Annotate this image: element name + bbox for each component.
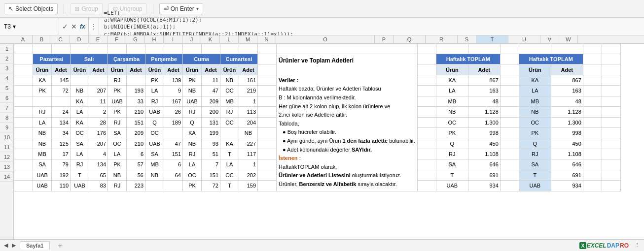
cell-w7[interactable]	[602, 107, 620, 117]
cell-c11[interactable]: 17	[52, 149, 71, 159]
cell-d10[interactable]: SA	[71, 138, 89, 149]
cell-h6[interactable]: RJ	[145, 96, 164, 106]
cell-q1[interactable]	[436, 44, 468, 54]
col-header-e[interactable]: E	[89, 35, 107, 43]
cell-q9[interactable]: PK	[436, 127, 468, 138]
cell-w8[interactable]	[602, 117, 620, 127]
cell-g14[interactable]: 223	[127, 181, 145, 191]
cell-r7[interactable]: 1.128	[468, 107, 500, 117]
cell-j4[interactable]: PK	[183, 75, 202, 85]
cell-k6[interactable]: 209	[202, 96, 220, 106]
cell-q4[interactable]: KA	[436, 75, 468, 85]
cell-b3[interactable]: Ürün	[33, 64, 52, 75]
cell-b10[interactable]: NB	[33, 138, 52, 149]
cell-k12[interactable]: 7	[202, 159, 220, 170]
cell-p1[interactable]	[417, 44, 436, 54]
cell-k7[interactable]: 200	[202, 107, 220, 117]
cell-w2[interactable]	[602, 54, 620, 64]
cell-u10[interactable]: 450	[551, 138, 583, 149]
cell-p11[interactable]	[417, 149, 436, 159]
cell-t6[interactable]: MB	[519, 96, 551, 106]
cell-q5[interactable]: LA	[436, 86, 468, 96]
cell-h4[interactable]: PK	[145, 75, 164, 85]
col-header-a[interactable]: A	[14, 35, 33, 43]
cell-d14[interactable]: UAB	[71, 181, 89, 191]
cell-f13[interactable]: NB	[108, 170, 127, 180]
cell-j12[interactable]: LA	[183, 159, 202, 170]
cell-m14[interactable]: 159	[239, 181, 258, 191]
cell-v8[interactable]	[583, 117, 602, 127]
cell-a12[interactable]	[14, 159, 33, 170]
cell-reference-box[interactable]: T3 ▾	[0, 18, 59, 35]
cell-e13[interactable]: 65	[89, 170, 108, 180]
cell-f7[interactable]: PK	[108, 107, 127, 117]
cell-v12[interactable]	[583, 159, 602, 170]
cell-a9[interactable]	[14, 127, 33, 138]
cell-n4[interactable]	[258, 75, 277, 85]
cell-u4[interactable]: 867	[551, 75, 583, 85]
row-num-5[interactable]: 5	[0, 83, 14, 93]
scroll-right-icon[interactable]: ▶	[12, 242, 16, 249]
cell-d5[interactable]: NB	[71, 86, 89, 96]
cell-g6[interactable]: 33	[127, 96, 145, 106]
col-header-n[interactable]: N	[257, 35, 276, 43]
cell-s1[interactable]	[500, 44, 519, 54]
cell-h3[interactable]: Ürün	[145, 64, 164, 75]
row-num-3[interactable]: 3	[0, 63, 14, 73]
cell-p12[interactable]	[417, 159, 436, 170]
cell-c5[interactable]: 72	[52, 86, 71, 96]
cell-i6[interactable]: 167	[164, 96, 183, 106]
cell-r6[interactable]: 48	[468, 96, 500, 106]
cell-i14[interactable]	[164, 181, 183, 191]
cell-q7[interactable]: NB	[436, 107, 468, 117]
row-num-14[interactable]: 14	[0, 172, 14, 182]
cell-a1[interactable]	[14, 44, 33, 54]
cell-h9[interactable]: OC	[145, 127, 164, 138]
cell-n13[interactable]	[258, 170, 277, 180]
cell-r8[interactable]: 1.300	[468, 117, 500, 127]
col-header-m[interactable]: M	[239, 35, 257, 43]
cell-r10[interactable]: 450	[468, 138, 500, 149]
cell-pazartesi[interactable]: Pazartesi	[33, 54, 71, 64]
cell-d13[interactable]: T	[71, 170, 89, 180]
cell-f11[interactable]: LA	[108, 149, 127, 159]
cell-b1[interactable]	[33, 44, 52, 54]
cell-e1[interactable]	[89, 44, 108, 54]
cell-l5[interactable]: OC	[220, 86, 239, 96]
cell-q11[interactable]: RJ	[436, 149, 468, 159]
cell-f8[interactable]: RJ	[108, 117, 127, 127]
cell-g8[interactable]: 151	[127, 117, 145, 127]
cell-t5[interactable]: LA	[519, 86, 551, 96]
cell-l3[interactable]: Ürün	[220, 64, 239, 75]
cell-e14[interactable]: 83	[89, 181, 108, 191]
cell-c10[interactable]: 125	[52, 138, 71, 149]
cell-r1[interactable]	[468, 44, 500, 54]
cell-f6[interactable]: UAB	[108, 96, 127, 106]
col-header-t[interactable]: T	[476, 35, 508, 43]
cell-n6[interactable]	[258, 96, 277, 106]
cell-v10[interactable]	[583, 138, 602, 149]
cell-l4[interactable]: NB	[220, 75, 239, 85]
cell-f12[interactable]: PK	[108, 159, 127, 170]
cell-i5[interactable]: 9	[164, 86, 183, 96]
col-header-u[interactable]: U	[508, 35, 540, 43]
col-header-q[interactable]: Q	[394, 35, 426, 43]
group-button[interactable]: ⊞ Group	[70, 3, 102, 14]
cell-t7[interactable]: NB	[519, 107, 551, 117]
cell-v6[interactable]	[583, 96, 602, 106]
cell-a10[interactable]	[14, 138, 33, 149]
cell-d7[interactable]: LA	[71, 107, 89, 117]
cell-h8[interactable]: Q	[145, 117, 164, 127]
cell-q8[interactable]: OC	[436, 117, 468, 127]
cell-m3[interactable]: Adet	[239, 64, 258, 75]
cell-u8[interactable]: 1.300	[551, 117, 583, 127]
cell-t3[interactable]: Ürün	[519, 64, 551, 75]
cell-f3[interactable]: Ürün	[108, 64, 127, 75]
cell-i11[interactable]: 151	[164, 149, 183, 159]
row-num-7[interactable]: 7	[0, 103, 14, 113]
col-header-i[interactable]: I	[164, 35, 182, 43]
cell-n12[interactable]	[258, 159, 277, 170]
cell-i4[interactable]: 139	[164, 75, 183, 85]
cell-w14[interactable]	[602, 181, 620, 191]
col-header-j[interactable]: J	[182, 35, 201, 43]
